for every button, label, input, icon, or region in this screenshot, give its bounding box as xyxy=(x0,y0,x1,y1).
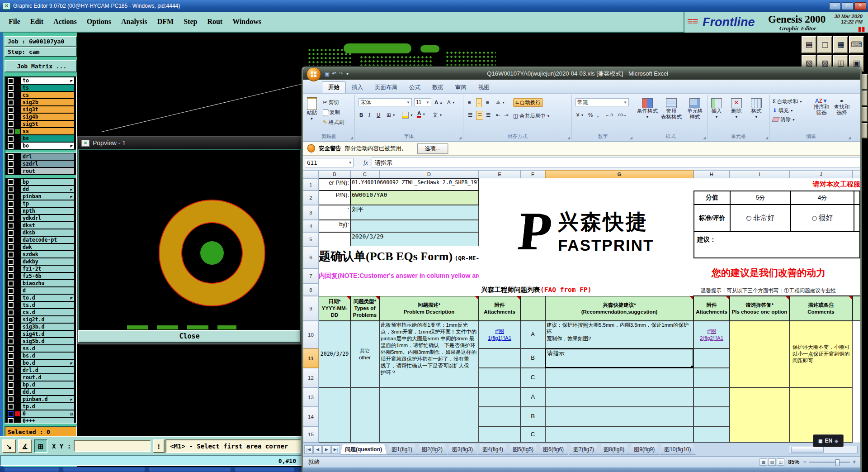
sheet-tab-8[interactable]: 图8(fig8) xyxy=(599,444,629,455)
genesis-titlebar[interactable]: ✕ Graphic Editor 9.07b2 (00@HY-HYCAM-PC1… xyxy=(0,0,868,12)
layer-row-fz5-6b[interactable]: fz5-6b xyxy=(5,272,76,280)
layer-color-chip[interactable] xyxy=(15,288,20,293)
cell-G14[interactable] xyxy=(545,407,693,426)
find-select-button[interactable]: ⚭ 查找和 选择 xyxy=(832,98,851,116)
shrink-font-button[interactable]: A▼ xyxy=(447,98,455,106)
cell-C9[interactable]: 问题类型* Types of Problems xyxy=(350,296,379,321)
number-format-select[interactable]: 常规▼ xyxy=(576,98,629,106)
layer-checkbox[interactable] xyxy=(8,78,14,84)
layer-color-chip[interactable] xyxy=(15,332,20,337)
cell-J10[interactable]: 保护环大圈不变，小圈可 以小一点保证开窗到铜的 间距即可 xyxy=(789,321,853,387)
layer-color-chip[interactable] xyxy=(15,93,20,98)
sheet-tab-3[interactable]: 图3(fig3) xyxy=(448,444,477,455)
format-as-table-button[interactable]: 套用 表格格式 xyxy=(660,98,683,120)
layer-checkbox[interactable] xyxy=(8,201,14,207)
layer-checkbox[interactable] xyxy=(8,85,14,91)
display-button[interactable]: ▢ xyxy=(817,36,832,53)
layer-row-sig2t.d[interactable]: sig2t.d xyxy=(5,316,76,323)
spreadsheet-grid[interactable]: P 兴森快捷 FASTPRINT 题确认单(PCB EQs Form) (QR-… xyxy=(303,170,860,443)
layer-row-szdwk[interactable]: szdwk xyxy=(5,251,76,258)
option-verygood[interactable]: 非常好 xyxy=(731,205,791,231)
zoom-slider[interactable] xyxy=(809,462,850,463)
layer-checkbox[interactable] xyxy=(8,121,14,127)
menu-edit[interactable]: Edit xyxy=(25,16,48,28)
wrap-text-button[interactable]: ⇆ 自动换行 xyxy=(513,98,543,107)
phonetic-button[interactable]: 文▼ xyxy=(433,111,442,119)
layer-color-chip[interactable] xyxy=(15,375,20,380)
cell-B10[interactable]: 2020/3/29 xyxy=(319,321,350,387)
layer-color-chip[interactable] xyxy=(15,194,20,199)
layer-checkbox[interactable] xyxy=(8,353,14,359)
cell-C1[interactable]: 01.Y40010600092 ZTWL_SecHawk 2.0_SHPB_19… xyxy=(350,178,479,191)
column-header-C[interactable]: C xyxy=(350,170,379,178)
layer-color-chip[interactable] xyxy=(15,122,20,127)
cell-H10[interactable]: #'图 2(fig2)'!A1 xyxy=(693,321,730,348)
bold-button[interactable]: B xyxy=(359,111,363,119)
layer-checkbox[interactable] xyxy=(8,389,14,395)
sort-filter-button[interactable]: AZ▼ 排序和 筛选 xyxy=(811,98,831,116)
menu-options[interactable]: Options xyxy=(82,16,116,28)
sheet-tab-1[interactable]: 图1(fig1) xyxy=(387,444,417,455)
layer-row-ts[interactable]: ts xyxy=(5,84,76,91)
ribbon-tab-2[interactable]: 页面布局 xyxy=(369,82,403,93)
layer-color-chip[interactable] xyxy=(15,223,20,228)
sheet-tab-7[interactable]: 图7(fig7) xyxy=(569,444,599,455)
row-header-4[interactable]: 4 xyxy=(303,220,319,232)
layer-row-bo.d[interactable]: bo.d◤ xyxy=(5,359,76,367)
menu-dfm[interactable]: DFM xyxy=(152,16,179,28)
layer-checkbox[interactable] xyxy=(8,266,14,272)
last-sheet-icon[interactable]: ▶| xyxy=(331,445,340,454)
ribbon-tab-1[interactable]: 插入 xyxy=(346,82,369,93)
row-header-11[interactable]: 11 xyxy=(303,348,319,368)
cell-K9[interactable] xyxy=(853,296,860,321)
popview-close-button[interactable]: Close xyxy=(78,330,301,343)
job-matrix-button[interactable]: Job Matrix ... xyxy=(5,60,77,72)
format-painter-button[interactable]: ✎格式刷 xyxy=(323,118,344,126)
layer-checkbox[interactable] xyxy=(8,194,14,200)
xy-input[interactable] xyxy=(74,440,151,452)
popview-titlebar[interactable]: ✕ Popview - 1 xyxy=(78,137,301,150)
sheet-tab-4[interactable]: 图4(fig4) xyxy=(478,444,508,455)
layer-row-rout[interactable]: rout xyxy=(5,167,76,175)
layer-color-chip[interactable] xyxy=(15,324,20,329)
underline-button[interactable]: U xyxy=(377,111,380,119)
delete-cells-button[interactable]: ✕ 删除▼ xyxy=(731,98,742,120)
radio-icon[interactable] xyxy=(746,216,751,221)
layer-color-chip[interactable] xyxy=(15,143,20,148)
layer-checkbox[interactable] xyxy=(8,375,14,381)
row-header-10[interactable]: 10 xyxy=(303,321,319,348)
layer-checkbox[interactable] xyxy=(8,273,14,279)
layer-checkbox[interactable] xyxy=(8,237,14,243)
layer-checkbox[interactable] xyxy=(8,295,14,301)
paste-button[interactable]: 粘贴▼ xyxy=(307,97,317,122)
layer-color-chip[interactable] xyxy=(15,368,20,373)
decrease-decimal-button[interactable]: .00→ xyxy=(617,111,627,119)
layer-color-chip[interactable] xyxy=(15,404,20,409)
row-header-12[interactable]: 12 xyxy=(303,368,319,387)
layer-color-chip[interactable] xyxy=(15,209,20,214)
cell-F14[interactable]: B xyxy=(520,407,545,426)
layer-color-chip[interactable] xyxy=(15,216,20,221)
menu-actions[interactable]: Actions xyxy=(48,16,82,28)
cell-H11[interactable] xyxy=(693,348,730,368)
menu-step[interactable]: Step xyxy=(179,16,202,28)
cell-H15[interactable] xyxy=(693,426,730,443)
merge-center-button[interactable]: ◫ 合并后居中▼ xyxy=(513,112,550,120)
layer-color-chip[interactable] xyxy=(15,162,20,167)
layer-checkbox[interactable] xyxy=(8,136,14,142)
layer-checkbox[interactable] xyxy=(8,179,14,185)
layer-checkbox[interactable] xyxy=(8,143,14,149)
office-button[interactable] xyxy=(307,67,321,81)
layer-color-chip[interactable] xyxy=(15,230,20,235)
layer-checkbox[interactable] xyxy=(8,324,14,330)
layer-row-ts.d[interactable]: ts.d xyxy=(5,301,76,309)
layer-color-chip[interactable] xyxy=(15,129,20,134)
layer-color-chip[interactable] xyxy=(15,238,20,243)
increase-indent-icon[interactable]: ⇥ xyxy=(504,111,509,119)
cell-H12[interactable] xyxy=(693,368,730,387)
clear-button[interactable]: 清除▼ xyxy=(773,115,795,124)
column-header-J[interactable]: J xyxy=(789,170,853,178)
layer-checkbox[interactable] xyxy=(8,252,14,257)
layer-color-chip[interactable] xyxy=(15,390,20,395)
layer-color-chip[interactable] xyxy=(15,86,20,91)
